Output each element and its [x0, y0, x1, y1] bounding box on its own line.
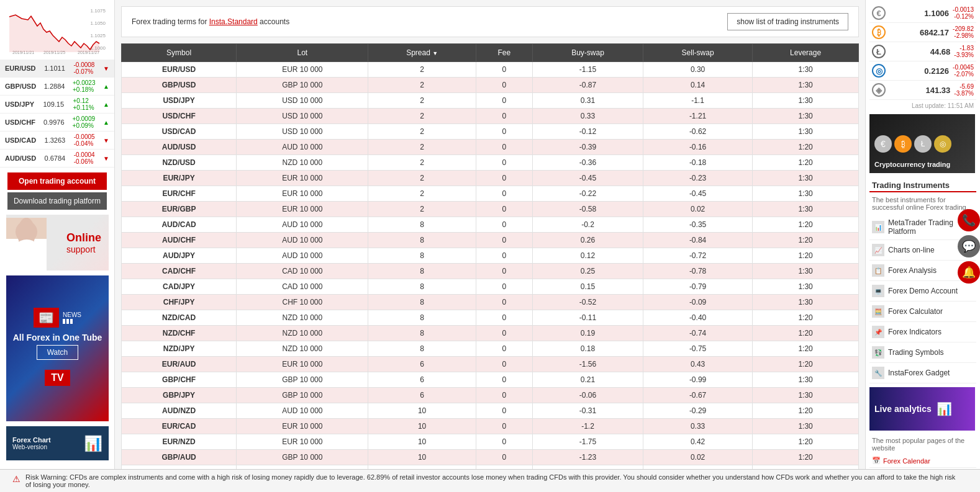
table-cell: 2: [368, 171, 476, 186]
currency-row[interactable]: USD/JPY 109.15 +0.12+0.11% ▲: [0, 96, 114, 114]
table-row: NZD/CHFNZD 10 000800.19-0.741:20: [122, 326, 859, 341]
table-cell: 1:30: [753, 109, 859, 124]
sidebar-link-icon: 💱: [872, 346, 884, 359]
table-cell: 0: [476, 264, 532, 279]
table-cell: -0.09: [643, 295, 752, 310]
forex-tv-banner: 📰 NEWS All Forex in One Tube Watch TV: [6, 275, 109, 421]
table-cell: 1:20: [753, 233, 859, 248]
forex-tv-watch-button[interactable]: Watch: [37, 345, 79, 360]
table-cell: AUD 10 000: [237, 233, 368, 248]
table-cell: 0: [476, 248, 532, 264]
table-cell: 0: [476, 140, 532, 155]
table-cell: 0: [476, 279, 532, 295]
phone-button[interactable]: 📞: [958, 209, 980, 231]
insta-standard-link[interactable]: Insta.Standard: [209, 17, 258, 26]
table-cell: 8: [368, 310, 476, 326]
table-cell: NZD/USD: [122, 155, 237, 171]
table-header-cell: Spread ▼: [368, 44, 476, 62]
table-row: NZD/USDNZD 10 00020-0.36-0.181:20: [122, 155, 859, 171]
table-cell: 1:20: [753, 450, 859, 465]
tv-badge: TV: [45, 370, 70, 386]
crypto-price: 141.33: [886, 86, 950, 95]
table-cell: 0: [476, 450, 532, 465]
sidebar-link-icon: 📌: [872, 326, 884, 338]
table-row: AUD/NZDAUD 10 000100-0.31-0.291:20: [122, 403, 859, 419]
table-cell: 1:30: [753, 388, 859, 403]
live-analytics-text: Live analytics: [874, 404, 932, 414]
table-cell: AUD/CHF: [122, 233, 237, 248]
table-cell: 0: [476, 155, 532, 171]
currency-row[interactable]: EUR/USD 1.1011 -0.0008-0.07% ▼: [0, 60, 114, 78]
currency-change: -0.0005-0.04%: [74, 133, 95, 147]
table-cell: -1.2: [533, 419, 643, 434]
currency-row[interactable]: AUD/USD 0.6784 -0.0004-0.06% ▼: [0, 150, 114, 168]
crypto-price: 0.2126: [886, 66, 949, 76]
sidebar-link-item[interactable]: 💱 Trading Symbols: [869, 342, 976, 363]
table-row: EUR/NZDEUR 10 000100-1.750.421:20: [122, 434, 859, 450]
sidebar-link-item[interactable]: 🧮 Forex Calculator: [869, 302, 976, 322]
crypto-prices: € 1.1006 -0.0013-0.12% ₿ 6842.17 -209.82…: [869, 4, 976, 100]
table-cell: NZD 10 000: [237, 310, 368, 326]
sidebar-link-item[interactable]: 🔧 InstaForex Gadget: [869, 363, 976, 383]
table-cell: 8: [368, 233, 476, 248]
notification-button[interactable]: 🔔: [958, 261, 980, 284]
table-cell: 0: [476, 326, 532, 341]
table-cell: EUR/AUD: [122, 357, 237, 372]
table-cell: -0.2: [533, 217, 643, 233]
chart-webversion-banner[interactable]: Forex Chart Web-version 📊: [6, 426, 109, 460]
table-cell: 0.15: [533, 279, 643, 295]
crypto-icon: €: [872, 6, 886, 20]
currency-row[interactable]: USD/CAD 1.3263 -0.0005-0.04% ▼: [0, 132, 114, 150]
table-row: EUR/USDEUR 10 00020-1.150.301:30: [122, 62, 859, 78]
sidebar-link-item[interactable]: 📌 Forex Indicators: [869, 322, 976, 342]
table-row: EUR/AUDEUR 10 00060-1.560.431:20: [122, 357, 859, 372]
table-row: AUD/CADAUD 10 00080-0.2-0.351:20: [122, 217, 859, 233]
open-trading-account-button[interactable]: Open trading account: [7, 172, 107, 190]
table-cell: -0.84: [643, 233, 752, 248]
sidebar-link-item[interactable]: 💻 Forex Demo Account: [869, 281, 976, 302]
currency-row[interactable]: USD/CHF 0.9976 +0.0009+0.09% ▲: [0, 114, 114, 132]
currency-change: -0.0004-0.06%: [74, 151, 95, 165]
svg-text:1.1050: 1.1050: [91, 20, 106, 26]
table-cell: 1:20: [753, 434, 859, 450]
table-cell: 0.33: [533, 109, 643, 124]
sidebar-link-icon: 📈: [872, 244, 884, 256]
table-cell: -0.72: [643, 248, 752, 264]
table-cell: -1.56: [533, 357, 643, 372]
chat-button[interactable]: 💬: [958, 235, 980, 257]
currency-direction-icon: ▼: [103, 65, 109, 72]
table-cell: 1:20: [753, 310, 859, 326]
table-cell: NZD/CAD: [122, 310, 237, 326]
table-cell: -1.23: [533, 450, 643, 465]
sidebar-link-label: Forex Analysis: [888, 266, 937, 275]
currency-price: 0.6784: [45, 154, 66, 162]
popular-page-item[interactable]: 📅 Forex Calendar: [869, 454, 976, 468]
table-cell: -1.21: [643, 109, 752, 124]
table-cell: AUD 10 000: [237, 217, 368, 233]
table-cell: 0.33: [643, 419, 752, 434]
table-body: EUR/USDEUR 10 00020-1.150.301:30GBP/USDG…: [122, 62, 859, 481]
table-cell: AUD 10 000: [237, 403, 368, 419]
table-cell: CAD/CHF: [122, 264, 237, 279]
currency-price: 1.2884: [44, 83, 65, 90]
currency-change: -0.0008-0.07%: [73, 61, 94, 75]
table-row: EUR/CHFEUR 10 00020-0.22-0.451:30: [122, 186, 859, 202]
table-row: EUR/JPYEUR 10 00020-0.45-0.231:30: [122, 171, 859, 186]
table-cell: 0.18: [533, 341, 643, 357]
table-cell: 0: [476, 419, 532, 434]
table-cell: 6: [368, 388, 476, 403]
table-cell: 1:30: [753, 93, 859, 109]
table-row: GBP/CHFGBP 10 000600.21-0.991:30: [122, 372, 859, 388]
table-cell: 1:20: [753, 217, 859, 233]
currency-row[interactable]: GBP/USD 1.2884 +0.0023+0.18% ▲: [0, 78, 114, 96]
show-list-button[interactable]: show list of trading instruments: [727, 13, 848, 30]
table-cell: -0.18: [643, 155, 752, 171]
table-cell: EUR 10 000: [237, 357, 368, 372]
table-cell: CAD/JPY: [122, 279, 237, 295]
table-cell: CAD 10 000: [237, 264, 368, 279]
table-cell: NZD 10 000: [237, 326, 368, 341]
table-row: NZD/CADNZD 10 00080-0.11-0.401:20: [122, 310, 859, 326]
table-header-cell: Symbol: [122, 44, 237, 62]
download-platform-button[interactable]: Download trading platform: [7, 192, 107, 210]
currency-price: 0.9976: [43, 119, 65, 126]
